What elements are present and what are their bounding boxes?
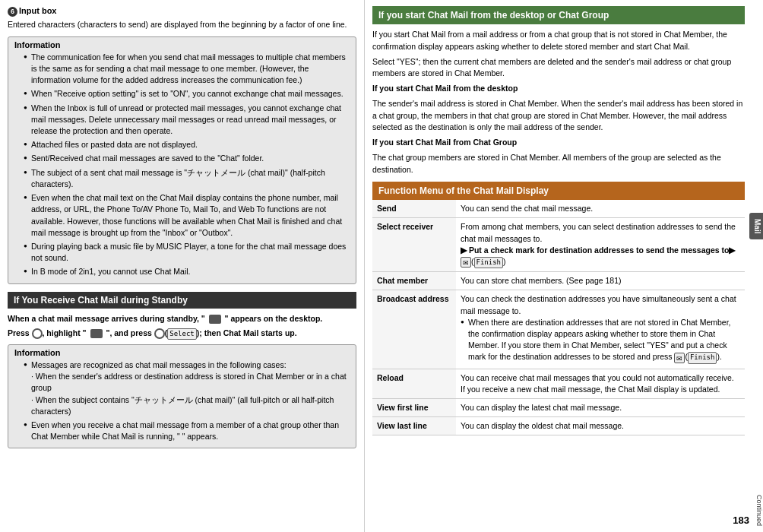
table-row-send: Send You can send the chat mail message. (372, 200, 745, 218)
desktop-body-1: If you start Chat Mail from a mail addre… (372, 29, 745, 53)
func-desc-view-last-line: You can display the oldest chat mail mes… (456, 417, 745, 435)
standby-heading: If You Receive Chat Mail during Standby (8, 292, 356, 309)
info-box-2: Information Messages are recognized as c… (8, 344, 356, 449)
desktop-heading: If you start Chat Mail from the desktop … (372, 6, 745, 24)
standby-body-1: When a chat mail message arrives during … (8, 313, 356, 325)
list-item: When there are destination addresses tha… (461, 317, 740, 364)
func-desc-broadcast-address: You can check the destination addresses … (456, 290, 745, 369)
table-row-broadcast-address: Broadcast address You can check the dest… (372, 290, 745, 369)
table-row-select-receiver: Select receiver From among chat members,… (372, 218, 745, 272)
table-row-chat-member: Chat member You can store chat members. … (372, 272, 745, 290)
list-item: During playing back a music file by MUSI… (24, 241, 350, 264)
info-box-1: Information The communication fee for wh… (8, 36, 356, 284)
right-column: If you start Chat Mail from the desktop … (365, 0, 763, 532)
func-label-broadcast-address: Broadcast address (372, 290, 456, 369)
desktop-body-3: If you start Chat Mail from the desktop (372, 83, 745, 95)
list-item: The subject of a sent chat mail message … (24, 167, 350, 190)
list-item: Even when you receive a chat mail messag… (24, 420, 350, 442)
list-item: Sent/Received chat mail messages are sav… (24, 153, 350, 164)
list-item: Attached files or pasted data are not di… (24, 139, 350, 150)
continued-label: Continued (755, 495, 763, 526)
desktop-body-5: If you start Chat Mail from Chat Group (372, 137, 745, 149)
func-label-select-receiver: Select receiver (372, 218, 456, 272)
func-menu-table: Send You can send the chat mail message.… (372, 200, 745, 435)
info-box-2-list: Messages are recognized as chat mail mes… (14, 359, 350, 443)
list-item: The communication fee for when you send … (24, 52, 350, 87)
page-number: 183 (733, 515, 749, 526)
table-row-view-first-line: View first line You can display the late… (372, 398, 745, 416)
func-menu-heading: Function Menu of the Chat Mail Display (372, 182, 745, 200)
func-desc-select-receiver: From among chat members, you can select … (456, 218, 745, 272)
table-row-reload: Reload You can receive chat mail message… (372, 369, 745, 398)
list-item: When "Receive option setting" is set to … (24, 88, 350, 100)
func-label-reload: Reload (372, 369, 456, 398)
func-label-send: Send (372, 200, 456, 218)
list-item: Even when the chat mail text on the Chat… (24, 192, 350, 239)
intro-text: Entered characters (characters to send) … (8, 19, 356, 30)
func-label-chat-member: Chat member (372, 272, 456, 290)
info-box-1-title: Information (14, 40, 350, 49)
desktop-body-6: The chat group members are stored in Cha… (372, 152, 745, 176)
left-column: 6Input box Entered characters (character… (0, 0, 365, 532)
list-item: In B mode of 2in1, you cannot use Chat M… (24, 266, 350, 277)
input-box-number: 6 (8, 7, 17, 17)
desktop-body: If you start Chat Mail from a mail addre… (372, 29, 745, 176)
standby-body-2: Press , highlight " ", and press (Select… (8, 328, 356, 340)
func-label-view-last-line: View last line (372, 417, 456, 435)
info-box-1-list: The communication fee for when you send … (14, 52, 350, 278)
table-row-view-last-line: View last line You can display the oldes… (372, 417, 745, 435)
right-inner: If you start Chat Mail from the desktop … (372, 6, 745, 435)
standby-body: When a chat mail message arrives during … (8, 313, 356, 340)
input-box-section: 6Input box Entered characters (character… (8, 6, 356, 30)
desktop-body-2: Select "YES"; then the current chat memb… (372, 56, 745, 81)
func-label-view-first-line: View first line (372, 398, 456, 416)
mail-tab: Mail (749, 213, 763, 239)
func-desc-send: You can send the chat mail message. (456, 200, 745, 218)
list-item: When the Inbox is full of unread or prot… (24, 103, 350, 138)
info-box-2-title: Information (14, 348, 350, 357)
input-box-heading: 6Input box (8, 6, 356, 17)
desktop-body-4: The sender's mail address is stored in C… (372, 98, 745, 134)
list-item: Messages are recognized as chat mail mes… (24, 359, 350, 417)
func-desc-view-first-line: You can display the latest chat mail mes… (456, 398, 745, 416)
func-desc-chat-member: You can store chat members. (See page 18… (456, 272, 745, 290)
func-desc-reload: You can receive chat mail messages that … (456, 369, 745, 398)
